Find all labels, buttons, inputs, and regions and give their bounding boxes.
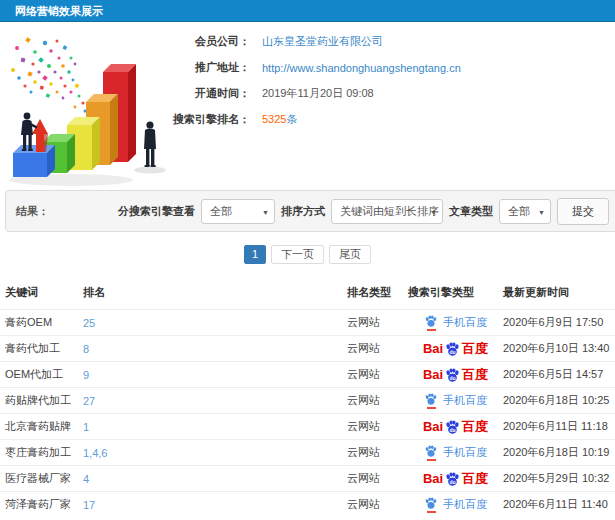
keyword-cell: 药贴牌代加工 xyxy=(0,388,83,414)
rank-type-cell: 云网站 xyxy=(347,414,408,440)
time-cell: 2020年5月29日 10:32 xyxy=(503,466,615,492)
mobile-baidu-label: 手机百度 xyxy=(443,393,487,408)
mobile-baidu-logo: 手机百度 xyxy=(424,315,487,331)
table-row: 药贴牌代加工 27 云网站 手机百度 Bai xyxy=(0,388,615,414)
baidu-logo-cn: 百度 xyxy=(462,366,488,384)
table-row: 膏药代加工 8 云网站 手机百度 Bai xyxy=(0,336,615,362)
article-type-value: 全部 xyxy=(508,205,530,217)
sort-filter-select[interactable]: 关键词由短到长排序 ▼ xyxy=(331,199,443,224)
baidu-logo-cn: 百度 xyxy=(462,418,488,436)
rank-link[interactable]: 4 xyxy=(83,473,89,485)
filter-bar: 结果： 分搜索引擎查看 全部 ▼ 排序方式 关键词由短到长排序 ▼ 文章类型 全… xyxy=(5,190,615,232)
rank-cell: 9 xyxy=(83,362,347,388)
keyword-cell: 北京膏药贴牌 xyxy=(0,414,83,440)
engine-cell: 手机百度 Bai du 百度 xyxy=(408,336,503,362)
bar-blue xyxy=(13,145,55,177)
keyword-cell: 医疗器械厂家 xyxy=(0,466,83,492)
baidu-paw-icon: du xyxy=(444,472,461,490)
rank-count-number: 5325 xyxy=(262,113,286,125)
engine-filter-value: 全部 xyxy=(210,205,232,217)
time-cell: 2020年6月9日 17:50 xyxy=(503,310,615,336)
baidu-paw-icon xyxy=(424,497,438,513)
rank-type-cell: 云网站 xyxy=(347,440,408,466)
table-row: 医疗器械厂家 4 云网站 手机百度 Bai xyxy=(0,466,615,492)
dropdown-caret-icon: ▼ xyxy=(262,200,269,225)
engine-filter-select[interactable]: 全部 ▼ xyxy=(201,199,275,224)
page-title: 网络营销效果展示 xyxy=(0,0,615,22)
keyword-cell: OEM代加工 xyxy=(0,362,83,388)
table-row: OEM代加工 9 云网站 手机百度 Bai xyxy=(0,362,615,388)
info-row-open-time: 开通时间： 2019年11月20日 09:08 xyxy=(150,86,615,101)
rank-type-cell: 云网站 xyxy=(347,466,408,492)
rank-link[interactable]: 27 xyxy=(83,395,95,407)
baidu-paw-icon xyxy=(424,393,438,409)
engine-cell: 手机百度 Bai du 百度 xyxy=(408,362,503,388)
baidu-paw-icon xyxy=(424,445,438,461)
engine-cell: 手机百度 Bai du 百度 xyxy=(408,388,503,414)
svg-text:du: du xyxy=(450,479,456,485)
header-rank-type: 排名类型 xyxy=(347,280,408,310)
rank-link[interactable]: 1,4,6 xyxy=(83,447,107,459)
header-rank: 排名 xyxy=(83,280,347,310)
mobile-baidu-logo: 手机百度 xyxy=(424,445,487,461)
pagination: 1 下一页 尾页 xyxy=(0,245,615,264)
page-1-button[interactable]: 1 xyxy=(244,245,266,264)
rank-cell: 4 xyxy=(83,466,347,492)
table-body: 膏药OEM 25 云网站 手机百度 Bai xyxy=(0,310,615,518)
baidu-paw-icon: du xyxy=(444,420,461,438)
info-row-url: 推广地址： http://www.shandonghuangshengtang.… xyxy=(150,60,615,75)
time-cell: 2020年6月11日 11:18 xyxy=(503,414,615,440)
baidu-logo-bai: Bai xyxy=(423,367,443,382)
filter-group: 分搜索引擎查看 全部 ▼ 排序方式 关键词由短到长排序 ▼ 文章类型 全部 ▼ … xyxy=(118,198,609,225)
rank-link[interactable]: 17 xyxy=(83,499,95,511)
keyword-cell: 枣庄膏药加工 xyxy=(0,440,83,466)
baidu-paw-icon: du xyxy=(444,368,461,386)
rank-type-cell: 云网站 xyxy=(347,362,408,388)
engine-cell: 手机百度 Bai du 百度 xyxy=(408,492,503,518)
result-label: 结果： xyxy=(16,204,49,219)
submit-button[interactable]: 提交 xyxy=(557,198,609,225)
dropdown-caret-icon: ▼ xyxy=(430,200,437,225)
baidu-logo-bai: Bai xyxy=(423,471,443,486)
company-label: 会员公司： xyxy=(150,34,250,49)
red-underline-mark xyxy=(427,407,436,409)
keyword-cell: 膏药代加工 xyxy=(0,336,83,362)
table-row: 枣庄膏药加工 1,4,6 云网站 手机百度 Bai xyxy=(0,440,615,466)
rank-cell: 17 xyxy=(83,492,347,518)
info-row-rank-count: 搜索引擎排名： 5325条 xyxy=(150,112,615,127)
rank-cell: 1 xyxy=(83,414,347,440)
table-row: 菏泽膏药厂家 17 云网站 手机百度 Bai xyxy=(0,492,615,518)
keyword-ranking-table: 关键词 排名 排名类型 搜索引擎类型 最新更新时间 膏药OEM 25 云网站 xyxy=(0,280,615,518)
header-update-time: 最新更新时间 xyxy=(503,280,615,310)
mobile-baidu-logo: 手机百度 xyxy=(424,393,487,409)
baidu-paw-icon: du xyxy=(444,342,461,360)
rank-link[interactable]: 8 xyxy=(83,343,89,355)
article-type-select[interactable]: 全部 ▼ xyxy=(499,199,551,224)
next-page-button[interactable]: 下一页 xyxy=(271,245,324,264)
rank-type-cell: 云网站 xyxy=(347,388,408,414)
table-row: 北京膏药贴牌 1 云网站 手机百度 Bai xyxy=(0,414,615,440)
rank-type-cell: 云网站 xyxy=(347,492,408,518)
promotion-url-label: 推广地址： xyxy=(150,60,250,75)
baidu-logo-cn: 百度 xyxy=(462,470,488,488)
header-keyword: 关键词 xyxy=(0,280,83,310)
time-cell: 2020年6月18日 10:19 xyxy=(503,440,615,466)
engine-cell: 手机百度 Bai du 百度 xyxy=(408,440,503,466)
rank-link[interactable]: 9 xyxy=(83,369,89,381)
baidu-logo-bai: Bai xyxy=(423,341,443,356)
company-link[interactable]: 山东皇圣堂药业有限公司 xyxy=(262,34,383,49)
rank-cell: 8 xyxy=(83,336,347,362)
rank-count-unit: 条 xyxy=(286,113,297,125)
rank-link[interactable]: 25 xyxy=(83,317,95,329)
svg-text:du: du xyxy=(450,349,456,355)
engine-cell: 手机百度 Bai du 百度 xyxy=(408,310,503,336)
rank-link[interactable]: 1 xyxy=(83,421,89,433)
sort-filter-value: 关键词由短到长排序 xyxy=(340,205,439,217)
dropdown-caret-icon: ▼ xyxy=(538,200,545,225)
last-page-button[interactable]: 尾页 xyxy=(329,245,371,264)
baidu-logo: Bai du 百度 xyxy=(423,470,488,488)
baidu-logo-bai: Bai xyxy=(423,419,443,434)
rank-cell: 25 xyxy=(83,310,347,336)
promotion-url-link[interactable]: http://www.shandonghuangshengtang.cn xyxy=(262,62,461,74)
svg-text:du: du xyxy=(450,375,456,381)
